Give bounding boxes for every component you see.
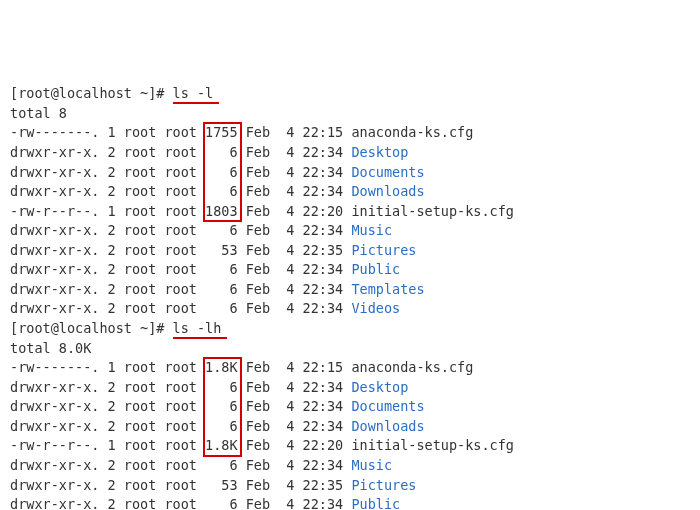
listing-row: drwxr-xr-x. 2 root root 6 Feb 4 22:34 Mu…	[10, 456, 690, 476]
command-ls-lh: ls -lh	[173, 320, 222, 336]
listing-row: drwxr-xr-x. 2 root root 6 Feb 4 22:34 De…	[10, 378, 690, 398]
file-name: anaconda-ks.cfg	[351, 124, 473, 140]
total-line: total 8	[10, 104, 690, 124]
listing-row: drwxr-xr-x. 2 root root 6 Feb 4 22:34 Pu…	[10, 495, 690, 510]
file-name: initial-setup-ks.cfg	[351, 437, 514, 453]
file-name: Documents	[351, 164, 424, 180]
listing-row: drwxr-xr-x. 2 root root 6 Feb 4 22:34 Do…	[10, 417, 690, 437]
file-name: Downloads	[351, 183, 424, 199]
file-name: Documents	[351, 398, 424, 414]
file-name: initial-setup-ks.cfg	[351, 203, 514, 219]
shell-prompt: [root@localhost ~]#	[10, 85, 173, 101]
command-ls-l: ls -l	[173, 85, 214, 101]
prompt-row[interactable]: [root@localhost ~]# ls -lh	[10, 319, 690, 339]
listing-row: drwxr-xr-x. 2 root root 53 Feb 4 22:35 P…	[10, 476, 690, 496]
listing-row: -rw-------. 1 root root 1.8K Feb 4 22:15…	[10, 358, 690, 378]
listing-row: drwxr-xr-x. 2 root root 53 Feb 4 22:35 P…	[10, 241, 690, 261]
file-name: Desktop	[351, 144, 408, 160]
file-name: Music	[351, 457, 392, 473]
shell-prompt: [root@localhost ~]#	[10, 320, 173, 336]
terminal-output: [root@localhost ~]# ls -ltotal 8-rw-----…	[10, 84, 690, 510]
listing-row: -rw-------. 1 root root 1755 Feb 4 22:15…	[10, 123, 690, 143]
listing-row: drwxr-xr-x. 2 root root 6 Feb 4 22:34 Te…	[10, 280, 690, 300]
listing-row: drwxr-xr-x. 2 root root 6 Feb 4 22:34 Do…	[10, 182, 690, 202]
listing-row: drwxr-xr-x. 2 root root 6 Feb 4 22:34 Mu…	[10, 221, 690, 241]
listing-row: drwxr-xr-x. 2 root root 6 Feb 4 22:34 Pu…	[10, 260, 690, 280]
listing-row: drwxr-xr-x. 2 root root 6 Feb 4 22:34 Vi…	[10, 299, 690, 319]
file-name: Videos	[351, 300, 400, 316]
listing-row: drwxr-xr-x. 2 root root 6 Feb 4 22:34 Do…	[10, 163, 690, 183]
total-line: total 8.0K	[10, 339, 690, 359]
listing-row: drwxr-xr-x. 2 root root 6 Feb 4 22:34 Do…	[10, 397, 690, 417]
file-name: Desktop	[351, 379, 408, 395]
file-name: Music	[351, 222, 392, 238]
file-name: Templates	[351, 281, 424, 297]
file-name: Public	[351, 496, 400, 510]
file-name: Pictures	[351, 242, 416, 258]
file-name: Pictures	[351, 477, 416, 493]
listing-row: -rw-r--r--. 1 root root 1.8K Feb 4 22:20…	[10, 436, 690, 456]
file-name: Public	[351, 261, 400, 277]
file-name: anaconda-ks.cfg	[351, 359, 473, 375]
file-name: Downloads	[351, 418, 424, 434]
listing-row: drwxr-xr-x. 2 root root 6 Feb 4 22:34 De…	[10, 143, 690, 163]
prompt-row[interactable]: [root@localhost ~]# ls -l	[10, 84, 690, 104]
listing-row: -rw-r--r--. 1 root root 1803 Feb 4 22:20…	[10, 202, 690, 222]
